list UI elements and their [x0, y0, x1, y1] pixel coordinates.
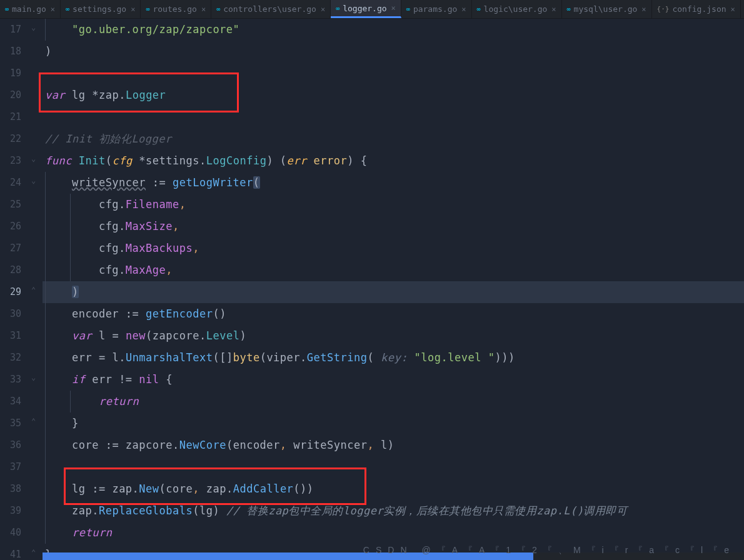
line-number: 34	[0, 391, 21, 412]
line-number: 37	[0, 456, 21, 478]
line-number: 33	[0, 369, 21, 391]
line-number: 21	[0, 106, 21, 128]
line-number: 32	[0, 347, 21, 369]
go-icon: ∞	[5, 6, 9, 12]
tab-bar: ∞ main.go × ∞ settings.go × ∞ routes.go …	[0, 0, 744, 19]
fold-marker[interactable]: ⌃	[31, 548, 36, 557]
close-icon[interactable]: ×	[51, 5, 55, 14]
line-number: 30	[0, 303, 21, 325]
editor-pane: 1718192021222324252627282930313233343536…	[0, 19, 744, 560]
go-icon: ∞	[216, 6, 220, 12]
line-number: 41	[0, 544, 21, 560]
fold-marker[interactable]: ⌄	[31, 176, 36, 185]
line-gutter: 1718192021222324252627282930313233343536…	[0, 19, 30, 560]
line-number: 27	[0, 238, 21, 259]
line-number: 24	[0, 172, 21, 194]
tab-label: main.go	[12, 4, 46, 14]
line-number: 18	[0, 41, 21, 62]
tab-main-go[interactable]: ∞ main.go ×	[0, 0, 61, 18]
line-number: 26	[0, 216, 21, 238]
tab-params-go[interactable]: ∞ params.go ×	[401, 0, 472, 18]
line-number: 19	[0, 62, 21, 84]
go-icon: ∞	[146, 6, 149, 12]
fold-marker[interactable]: ⌃	[31, 417, 36, 426]
tab-logic-user-go[interactable]: ∞ logic\user.go ×	[472, 0, 562, 18]
line-number: 40	[0, 522, 21, 544]
tab-label: controllers\user.go	[223, 4, 316, 14]
line-number: 31	[0, 325, 21, 347]
tab-label: mysql\user.go	[574, 4, 638, 14]
go-icon: ∞	[66, 6, 69, 12]
line-number: 23	[0, 150, 21, 172]
fold-marker[interactable]: ⌄	[31, 154, 36, 163]
line-number: 38	[0, 478, 21, 500]
close-icon[interactable]: ×	[391, 4, 396, 12]
line-number: 25	[0, 194, 21, 216]
tab-mysql-user-go[interactable]: ∞ mysql\user.go ×	[562, 0, 652, 18]
code-area[interactable]: "go.uber.org/zap/zapcore" ) var lg *zap.…	[43, 19, 744, 560]
close-icon[interactable]: ×	[551, 5, 556, 14]
tab-label: params.go	[413, 4, 457, 14]
close-icon[interactable]: ×	[461, 5, 466, 14]
fold-marker[interactable]: ⌃	[31, 286, 36, 294]
tab-label: config.json	[672, 4, 726, 14]
line-number: 29	[0, 281, 21, 303]
go-icon: ∞	[567, 6, 571, 12]
tab-label: routes.go	[153, 4, 196, 14]
go-icon: ∞	[406, 6, 410, 12]
line-number: 17	[0, 19, 21, 41]
tab-config-json[interactable]: {·} config.json ×	[652, 0, 741, 18]
go-icon: ∞	[477, 6, 481, 12]
tab-label: logic\user.go	[484, 4, 548, 14]
close-icon[interactable]: ×	[731, 5, 735, 14]
tab-settings-go[interactable]: ∞ settings.go ×	[61, 0, 141, 18]
line-number: 35	[0, 412, 21, 434]
tab-label: settings.go	[73, 4, 126, 14]
close-icon[interactable]: ×	[201, 5, 206, 14]
line-number: 20	[0, 84, 21, 106]
close-icon[interactable]: ×	[321, 5, 325, 14]
line-number: 22	[0, 128, 21, 150]
close-icon[interactable]: ×	[641, 5, 646, 14]
watermark: CSDN @『A『A『1『2『、M『i『r『a『c『l『e	[363, 545, 735, 556]
tab-label: logger.go	[343, 4, 386, 13]
tab-routes-go[interactable]: ∞ routes.go ×	[141, 0, 211, 18]
tab-logger-go[interactable]: ∞ logger.go ×	[331, 0, 401, 18]
fold-marker[interactable]: ⌄	[31, 373, 36, 382]
line-number: 28	[0, 259, 21, 281]
json-icon: {·}	[657, 5, 670, 13]
tab-overflow[interactable]: ∞ sno	[741, 0, 744, 18]
line-number: 36	[0, 434, 21, 456]
close-icon[interactable]: ×	[131, 5, 135, 14]
fold-marker[interactable]: ⌄	[31, 23, 36, 32]
fold-column: ⌄ ⌄ ⌄ ⌃ ⌄ ⌃ ⌃	[30, 19, 43, 560]
go-icon: ∞	[336, 5, 339, 12]
tab-controllers-user-go[interactable]: ∞ controllers\user.go ×	[211, 0, 331, 18]
line-number: 39	[0, 500, 21, 522]
